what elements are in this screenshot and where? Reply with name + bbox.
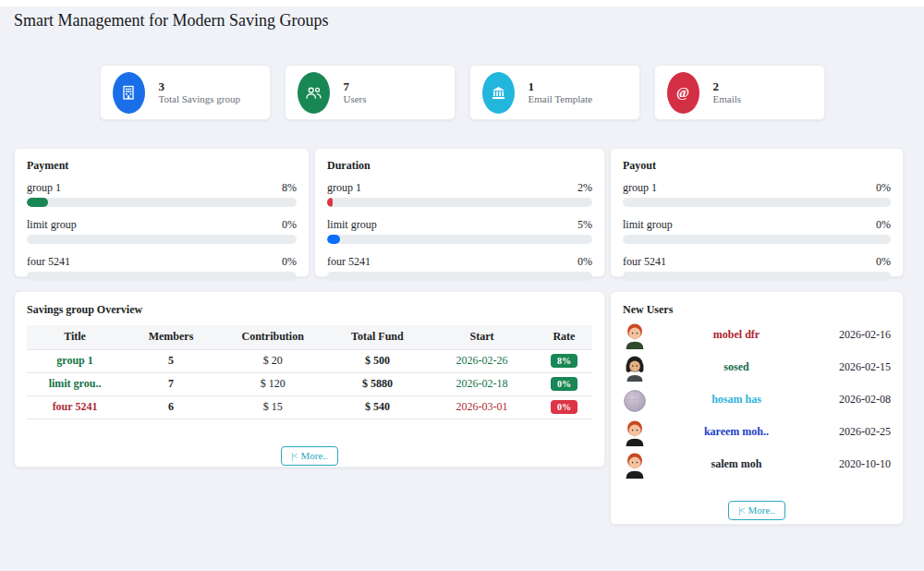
progress-label: limit group [27, 218, 77, 232]
progress-label: four 5241 [623, 255, 666, 269]
list-item: mobel dfr 2026-02-16 [623, 319, 891, 351]
progress-item: four 52410% [327, 255, 592, 281]
progress-label: group 1 [623, 181, 657, 195]
user-name-link[interactable]: kareem moh.. [649, 425, 824, 439]
col-contribution: Contribution [219, 325, 326, 349]
duration-card: Duration group 12% limit group5% four 52… [314, 148, 605, 277]
savings-overview-card: Savings group Overview Title Members Con… [14, 291, 605, 468]
contribution-cell: $ 120 [219, 372, 326, 395]
rate-badge: 0% [551, 377, 578, 391]
table-row: four 5241 6 $ 15 $ 540 2026-03-01 0% [27, 395, 592, 419]
list-item: kareem moh.. 2026-02-25 [623, 416, 891, 448]
payment-card: Payment group 18% limit group0% four 524… [14, 148, 310, 277]
user-name-link[interactable]: sosed [649, 360, 824, 374]
overview-title: Savings group Overview [27, 303, 592, 317]
progress-label: limit group [327, 218, 377, 232]
progress-item: four 52410% [623, 255, 891, 281]
progress-label: four 5241 [27, 255, 70, 269]
user-date: 2020-10-10 [824, 457, 891, 471]
members-cell: 7 [123, 372, 219, 395]
user-date: 2026-02-25 [824, 425, 891, 439]
stat-label: Total Savings group [159, 93, 240, 105]
users-icon [298, 72, 330, 114]
progress-percent: 0% [876, 218, 891, 232]
new-users-card: New Users mobel dfr 2026-02-16 sosed [610, 291, 904, 525]
members-cell: 5 [123, 349, 219, 372]
stat-value: 2 [713, 79, 742, 93]
page-title: Smart Management for Modern Saving Group… [14, 11, 328, 30]
total-fund-cell: $ 5880 [326, 372, 428, 395]
total-fund-cell: $ 540 [326, 395, 428, 419]
skip-start-icon: |< [291, 450, 297, 461]
card-title: Duration [327, 159, 592, 173]
overview-table: Title Members Contribution Total Fund St… [27, 325, 592, 419]
col-start: Start [428, 325, 535, 349]
overview-more-button[interactable]: |< More.. [281, 446, 338, 466]
start-cell: 2026-02-18 [428, 372, 535, 395]
col-title: Title [27, 325, 123, 349]
progress-percent: 0% [876, 255, 891, 269]
table-header-row: Title Members Contribution Total Fund St… [27, 325, 592, 349]
stat-text: 1 Email Template [529, 79, 593, 105]
building-icon [113, 72, 145, 114]
user-name-link[interactable]: salem moh [649, 457, 824, 471]
progress-bar [623, 198, 891, 207]
col-members: Members [123, 325, 219, 349]
progress-item: group 18% [27, 181, 297, 207]
stat-value: 3 [159, 79, 240, 93]
avatar-male-red-hair-green-shirt [623, 322, 649, 349]
progress-label: group 1 [327, 181, 361, 195]
user-date: 2026-02-16 [824, 328, 891, 342]
progress-fill [27, 198, 48, 207]
stats-row: 3 Total Savings group 7 Users [0, 65, 924, 120]
stat-text: 7 Users [344, 79, 367, 105]
contribution-cell: $ 20 [219, 349, 326, 372]
progress-bar [327, 235, 592, 244]
stat-label: Users [344, 93, 367, 105]
at-icon: @ [667, 72, 699, 114]
avatar-male-red-hair-black-shirt [623, 451, 649, 479]
progress-label: four 5241 [327, 255, 371, 269]
contribution-cell: $ 15 [219, 395, 326, 419]
user-date: 2026-02-15 [824, 360, 891, 374]
stat-card-email-template: 1 Email Template [469, 65, 640, 120]
stat-value: 1 [529, 79, 593, 93]
stat-card-users: 7 Users [285, 65, 456, 120]
progress-item: limit group5% [327, 218, 592, 244]
avatar-male-red-hair-black-shirt [623, 419, 649, 446]
start-cell: 2026-02-26 [428, 349, 535, 372]
progress-percent: 2% [578, 181, 592, 195]
table-row: limit grou.. 7 $ 120 $ 5880 2026-02-18 0… [27, 372, 592, 395]
rate-badge: 0% [551, 400, 578, 414]
stat-label: Email Template [529, 93, 593, 105]
group-title-link[interactable]: limit grou.. [27, 372, 123, 395]
progress-bar [623, 272, 891, 281]
top-navbar [0, 0, 924, 6]
progress-item: four 52410% [27, 255, 297, 281]
progress-bar [27, 272, 297, 281]
group-title-link[interactable]: four 5241 [27, 395, 123, 419]
progress-item: group 12% [327, 181, 592, 207]
progress-fill [327, 235, 340, 244]
user-name-link[interactable]: hosam has [649, 393, 824, 407]
progress-bar [27, 198, 297, 207]
more-label: More.. [748, 504, 775, 516]
progress-percent: 0% [282, 218, 297, 232]
rate-cell: 8% [536, 349, 592, 372]
new-users-more-button[interactable]: |< More.. [728, 501, 785, 520]
user-date: 2026-02-08 [824, 393, 891, 407]
progress-bar [27, 235, 297, 244]
stat-text: 3 Total Savings group [159, 79, 240, 105]
progress-item: limit group0% [27, 218, 297, 244]
progress-item: group 10% [623, 181, 891, 207]
col-rate: Rate [536, 325, 592, 349]
start-cell: 2026-03-01 [428, 395, 535, 419]
progress-fill [327, 198, 333, 207]
total-fund-cell: $ 500 [326, 349, 428, 372]
progress-percent: 0% [282, 255, 297, 269]
group-title-link[interactable]: group 1 [27, 349, 123, 372]
list-item: sosed 2026-02-15 [623, 351, 891, 383]
progress-label: limit group [623, 218, 673, 232]
new-users-title: New Users [623, 303, 891, 317]
user-name-link[interactable]: mobel dfr [649, 328, 824, 342]
